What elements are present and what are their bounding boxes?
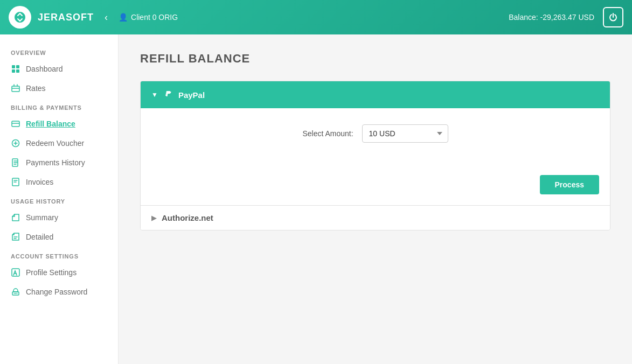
payments-history-icon xyxy=(11,158,20,167)
sidebar-label-profile: Profile Settings xyxy=(26,268,77,277)
brand-name: JERASOFT xyxy=(38,12,94,23)
svg-rect-1 xyxy=(16,65,19,68)
sidebar-item-payments-history[interactable]: Payments History xyxy=(0,153,118,172)
detailed-icon xyxy=(11,232,20,242)
sidebar-label-payments: Payments History xyxy=(26,158,85,167)
client-icon: 👤 xyxy=(119,13,128,22)
sidebar-label-password: Change Password xyxy=(26,288,87,296)
paypal-chevron-icon: ▼ xyxy=(151,91,158,99)
svg-rect-5 xyxy=(12,121,19,127)
client-name: Client 0 ORIG xyxy=(131,13,178,22)
voucher-icon xyxy=(11,138,20,148)
sidebar-label-dashboard: Dashboard xyxy=(26,65,63,73)
rates-icon xyxy=(11,83,20,93)
sidebar-label-summary: Summary xyxy=(26,213,58,222)
sidebar-label-rates: Rates xyxy=(26,84,46,93)
authorize-section: ▶ Authorize.net xyxy=(141,206,610,230)
section-title-usage: USAGE HISTORY xyxy=(0,192,118,208)
sidebar-label-invoices: Invoices xyxy=(26,178,53,186)
client-info: 👤 Client 0 ORIG xyxy=(119,13,178,22)
select-amount-label: Select Amount: xyxy=(302,129,353,138)
credit-card-icon xyxy=(11,119,20,129)
summary-icon xyxy=(11,213,20,222)
paypal-label: PayPal xyxy=(178,90,205,100)
paypal-body: Select Amount: 10 USD 25 USD 50 USD 100 … xyxy=(141,108,610,170)
sidebar-item-invoices[interactable]: Invoices xyxy=(0,172,118,192)
svg-point-12 xyxy=(15,293,16,294)
authorize-chevron-icon: ▶ xyxy=(151,214,156,222)
main-layout: OVERVIEW Dashboard Rates xyxy=(0,34,632,364)
section-title-overview: OVERVIEW xyxy=(0,43,118,59)
paypal-section: ▼ PayPal Select Amount: 10 USD xyxy=(141,81,610,206)
sidebar: OVERVIEW Dashboard Rates xyxy=(0,34,119,364)
change-password-icon xyxy=(11,287,20,297)
logo xyxy=(9,6,31,29)
sidebar-item-rates[interactable]: Rates xyxy=(0,79,118,98)
invoices-icon xyxy=(11,177,20,187)
sidebar-item-summary[interactable]: Summary xyxy=(0,208,118,227)
svg-rect-2 xyxy=(12,69,15,73)
sidebar-label-voucher: Redeem Voucher xyxy=(26,139,84,148)
profile-settings-icon xyxy=(11,268,20,277)
section-title-billing: BILLING & PAYMENTS xyxy=(0,98,118,114)
svg-rect-4 xyxy=(12,86,19,92)
sidebar-item-redeem-voucher[interactable]: Redeem Voucher xyxy=(0,134,118,153)
sidebar-item-dashboard[interactable]: Dashboard xyxy=(0,59,118,79)
header-right: Balance: -29,263.47 USD xyxy=(509,7,623,27)
process-row: Process xyxy=(141,170,610,205)
dashboard-icon xyxy=(11,64,20,74)
power-button[interactable] xyxy=(603,7,623,27)
balance-display: Balance: -29,263.47 USD xyxy=(509,13,594,22)
svg-rect-0 xyxy=(12,65,15,68)
authorize-header[interactable]: ▶ Authorize.net xyxy=(141,206,610,230)
sidebar-item-refill-balance[interactable]: Refill Balance xyxy=(0,114,118,134)
app-header: JERASOFT ‹ 👤 Client 0 ORIG Balance: -29,… xyxy=(0,0,632,34)
main-content: REFILL BALANCE ▼ PayPal Select xyxy=(119,34,632,364)
svg-point-13 xyxy=(17,293,18,294)
collapse-sidebar-button[interactable]: ‹ xyxy=(100,10,112,25)
sidebar-item-profile-settings[interactable]: Profile Settings xyxy=(0,263,118,282)
sidebar-item-detailed[interactable]: Detailed xyxy=(0,227,118,247)
sidebar-label-refill: Refill Balance xyxy=(26,120,75,128)
amount-form-row: Select Amount: 10 USD 25 USD 50 USD 100 … xyxy=(162,124,588,143)
sidebar-label-detailed: Detailed xyxy=(26,233,53,241)
payment-container: ▼ PayPal Select Amount: 10 USD xyxy=(140,81,610,230)
header-left: JERASOFT ‹ 👤 Client 0 ORIG xyxy=(9,6,178,29)
svg-rect-3 xyxy=(16,69,19,73)
amount-select[interactable]: 10 USD 25 USD 50 USD 100 USD xyxy=(362,124,448,143)
svg-point-11 xyxy=(14,293,15,294)
paypal-icon xyxy=(163,89,173,101)
process-button[interactable]: Process xyxy=(540,175,599,194)
page-title: REFILL BALANCE xyxy=(140,52,610,66)
paypal-header[interactable]: ▼ PayPal xyxy=(141,81,610,108)
sidebar-item-change-password[interactable]: Change Password xyxy=(0,282,118,302)
authorize-label: Authorize.net xyxy=(162,213,213,222)
section-title-account: ACCOUNT SETTINGS xyxy=(0,247,118,263)
